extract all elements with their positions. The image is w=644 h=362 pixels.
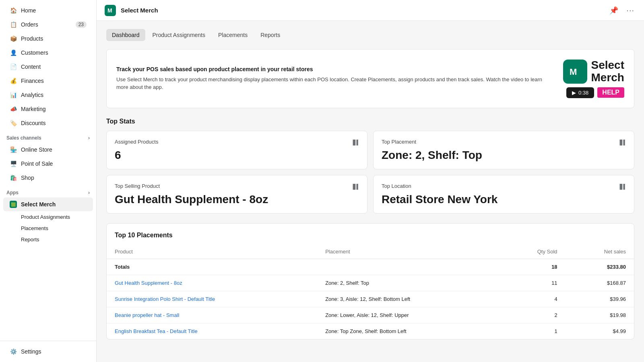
row-qty: 11 xyxy=(500,275,566,291)
banner-media: M Select Merch ▶ 0:38 HELP xyxy=(563,59,625,98)
row-net-sales: $39.96 xyxy=(566,291,634,307)
row-placement: Zone: Lower, Aisle: 12, Shelf: Upper xyxy=(317,307,500,323)
table-row: Gut Health Supplement - 8oz Zone: 2, She… xyxy=(107,275,634,291)
product-link[interactable]: Sunrise Integration Polo Shirt - Default… xyxy=(107,291,317,307)
sidebar-sub-item-product-assignments[interactable]: Product Assignments xyxy=(3,212,93,222)
products-icon: 📦 xyxy=(10,35,17,42)
row-placement: Zone: 2, Shelf: Top xyxy=(317,275,500,291)
stat-card-top-selling: Top Selling Product Gut Health Supplemen… xyxy=(106,175,367,214)
placements-table-title: Top 10 Placements xyxy=(107,224,634,239)
row-placement: Zone: 3, Aisle: 12, Shelf: Bottom Left xyxy=(317,291,500,307)
table-row-totals: Totals 18 $233.80 xyxy=(107,259,634,275)
stat-value: Retail Store New York xyxy=(382,193,626,206)
banner-app-logo: M xyxy=(563,60,587,84)
sidebar-item-home[interactable]: 🏠 Home xyxy=(3,4,93,17)
content-icon: 📄 xyxy=(10,63,17,70)
online-store-icon: 🏪 xyxy=(10,146,17,153)
stat-card-header: Top Location xyxy=(382,183,626,190)
sidebar-sub-item-placements[interactable]: Placements xyxy=(3,223,93,234)
sidebar-item-marketing[interactable]: 📣 Marketing xyxy=(3,102,93,116)
app-logo-icon: M xyxy=(105,5,116,16)
sidebar-item-finances[interactable]: 💰 Finances xyxy=(3,74,93,88)
row-net-sales: $19.98 xyxy=(566,307,634,323)
stat-card-top-placement: Top Placement Zone: 2, Shelf: Top xyxy=(373,131,634,169)
sidebar-item-online-store[interactable]: 🏪 Online Store xyxy=(3,143,93,156)
banner-text: Track your POS sales based upon product … xyxy=(116,66,553,91)
main-area: M Select Merch 📌 ··· Dashboard Product A… xyxy=(97,0,644,362)
sidebar-item-label: Home xyxy=(21,7,87,14)
sidebar-item-products[interactable]: 📦 Products xyxy=(3,32,93,45)
more-button[interactable]: ··· xyxy=(625,4,636,16)
sidebar-item-point-of-sale[interactable]: 🖥️ Point of Sale xyxy=(3,157,93,171)
product-link[interactable]: English Breakfast Tea - Default Title xyxy=(107,323,317,339)
row-placement: Zone: Top Zone, Shelf: Bottom Left xyxy=(317,323,500,339)
pin-button[interactable]: 📌 xyxy=(608,4,620,16)
sidebar-item-orders[interactable]: 📋 Orders 23 xyxy=(3,18,93,31)
bar-chart-icon xyxy=(618,183,626,190)
orders-badge: 23 xyxy=(76,21,87,28)
help-badge: HELP xyxy=(597,87,624,98)
analytics-icon: 📊 xyxy=(10,91,17,99)
row-qty: 2 xyxy=(500,307,566,323)
discounts-icon: 🏷️ xyxy=(10,119,17,127)
totals-net-sales: $233.80 xyxy=(566,259,634,275)
play-icon: ▶ xyxy=(572,90,576,96)
sidebar-sub-item-reports[interactable]: Reports xyxy=(3,234,93,245)
bar-chart-icon xyxy=(351,183,359,190)
sidebar-item-content[interactable]: 📄 Content xyxy=(3,60,93,74)
sidebar-item-label: Marketing xyxy=(21,106,87,112)
stat-label: Top Placement xyxy=(382,139,416,145)
finances-icon: 💰 xyxy=(10,77,17,84)
app-name-text: Select Merch xyxy=(591,59,625,84)
totals-placement xyxy=(317,259,500,275)
stat-value: Zone: 2, Shelf: Top xyxy=(382,149,626,162)
info-banner: Track your POS sales based upon product … xyxy=(106,49,634,108)
row-net-sales: $4.99 xyxy=(566,323,634,339)
sidebar-item-analytics[interactable]: 📊 Analytics xyxy=(3,88,93,102)
sidebar-item-discounts[interactable]: 🏷️ Discounts xyxy=(3,116,93,130)
shop-icon: 🛍️ xyxy=(10,174,17,181)
sidebar-item-label: Shop xyxy=(21,175,87,181)
stat-card-header: Top Placement xyxy=(382,138,626,146)
stat-value: 6 xyxy=(115,149,359,162)
tab-reports[interactable]: Reports xyxy=(255,29,286,41)
placements-table: Product Placement Qty Sold Net sales Tot… xyxy=(107,245,634,339)
stat-label: Top Location xyxy=(382,183,411,189)
sidebar-item-shop[interactable]: 🛍️ Shop xyxy=(3,171,93,185)
sidebar-item-label: Products xyxy=(21,35,87,42)
sidebar-item-customers[interactable]: 👤 Customers xyxy=(3,46,93,60)
stats-grid: Assigned Products 6 Top Placement Zone: … xyxy=(106,131,634,214)
sidebar-item-select-merch[interactable]: 🟩 Select Merch xyxy=(3,197,93,211)
row-qty: 1 xyxy=(500,323,566,339)
placements-table-section: Top 10 Placements Product Placement Qty … xyxy=(106,223,634,339)
stat-card-header: Assigned Products xyxy=(115,138,359,146)
stat-card-assigned-products: Assigned Products 6 xyxy=(106,131,367,169)
expand-icon: › xyxy=(88,190,90,195)
apps-section: Apps › xyxy=(0,185,96,197)
tab-dashboard[interactable]: Dashboard xyxy=(106,29,145,41)
sidebar-item-label: Finances xyxy=(21,78,87,84)
row-qty: 4 xyxy=(500,291,566,307)
banner-title: Track your POS sales based upon product … xyxy=(116,66,553,72)
stat-card-top-location: Top Location Retail Store New York xyxy=(373,175,634,214)
product-link[interactable]: Beanie propeller hat - Small xyxy=(107,307,317,323)
table-row: Beanie propeller hat - Small Zone: Lower… xyxy=(107,307,634,323)
tab-placements[interactable]: Placements xyxy=(213,29,253,41)
totals-qty: 18 xyxy=(500,259,566,275)
sidebar-item-settings[interactable]: ⚙️ Settings xyxy=(3,345,93,358)
col-qty: Qty Sold xyxy=(500,245,566,259)
bar-chart-icon xyxy=(618,138,626,146)
settings-icon: ⚙️ xyxy=(10,348,17,355)
bar-chart-icon xyxy=(351,138,359,146)
tab-product-assignments[interactable]: Product Assignments xyxy=(147,29,211,41)
video-play-button[interactable]: ▶ 0:38 xyxy=(566,87,594,98)
banner-app-name: Select Merch xyxy=(591,59,625,84)
expand-icon: › xyxy=(88,135,90,141)
col-net-sales: Net sales xyxy=(566,245,634,259)
stat-card-header: Top Selling Product xyxy=(115,183,359,190)
banner-logo-row: M Select Merch xyxy=(563,59,625,84)
content-area: Dashboard Product Assignments Placements… xyxy=(97,21,644,362)
product-link[interactable]: Gut Health Supplement - 8oz xyxy=(107,275,317,291)
tab-bar: Dashboard Product Assignments Placements… xyxy=(106,29,634,41)
sidebar-item-label: Analytics xyxy=(21,92,87,98)
